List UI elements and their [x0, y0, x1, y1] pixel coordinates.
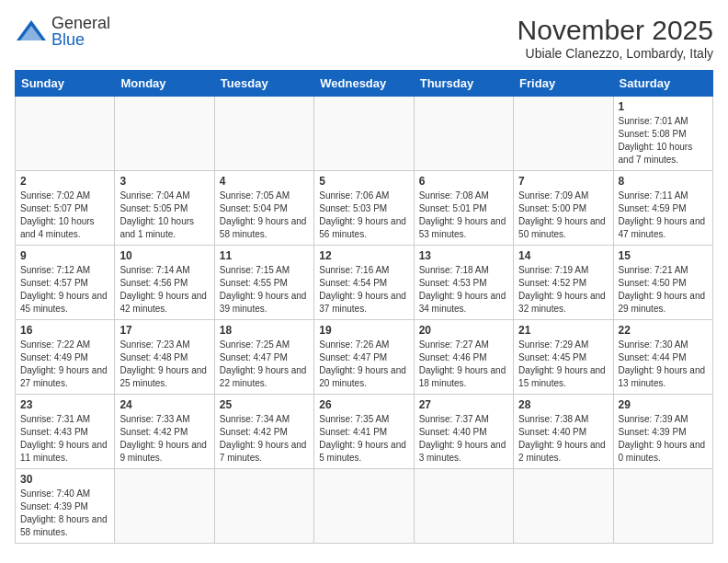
day-info: Sunrise: 7:18 AM Sunset: 4:53 PM Dayligh…	[419, 264, 508, 316]
day-info: Sunrise: 7:11 AM Sunset: 4:59 PM Dayligh…	[619, 190, 708, 241]
calendar-cell: 27Sunrise: 7:37 AM Sunset: 4:40 PM Dayli…	[414, 395, 513, 469]
calendar-cell: 15Sunrise: 7:21 AM Sunset: 4:50 PM Dayli…	[613, 246, 712, 320]
calendar-cell	[414, 97, 513, 171]
day-info: Sunrise: 7:22 AM Sunset: 4:49 PM Dayligh…	[20, 339, 109, 390]
day-number: 11	[220, 249, 309, 262]
day-info: Sunrise: 7:02 AM Sunset: 5:07 PM Dayligh…	[20, 190, 109, 241]
calendar-cell: 21Sunrise: 7:29 AM Sunset: 4:45 PM Dayli…	[514, 320, 613, 395]
day-number: 24	[119, 398, 209, 411]
calendar-cell: 26Sunrise: 7:35 AM Sunset: 4:41 PM Dayli…	[314, 395, 414, 469]
day-info: Sunrise: 7:23 AM Sunset: 4:48 PM Dayligh…	[119, 339, 209, 390]
day-info: Sunrise: 7:15 AM Sunset: 4:55 PM Dayligh…	[220, 264, 309, 316]
calendar-cell: 23Sunrise: 7:31 AM Sunset: 4:43 PM Dayli…	[16, 395, 115, 469]
day-info: Sunrise: 7:35 AM Sunset: 4:41 PM Dayligh…	[319, 413, 408, 465]
day-number: 29	[619, 398, 708, 411]
calendar-cell: 12Sunrise: 7:16 AM Sunset: 4:54 PM Dayli…	[314, 246, 414, 320]
month-title: November 2025	[518, 15, 713, 46]
calendar-cell	[314, 469, 414, 544]
calendar-cell	[514, 469, 613, 544]
day-number: 27	[419, 398, 508, 411]
day-number: 28	[518, 398, 608, 411]
day-info: Sunrise: 7:09 AM Sunset: 5:00 PM Dayligh…	[518, 190, 608, 241]
calendar-cell	[214, 97, 313, 171]
calendar-cell: 30Sunrise: 7:40 AM Sunset: 4:39 PM Dayli…	[16, 469, 115, 544]
day-info: Sunrise: 7:14 AM Sunset: 4:56 PM Dayligh…	[119, 264, 209, 316]
calendar-cell: 4Sunrise: 7:05 AM Sunset: 5:04 PM Daylig…	[214, 171, 313, 246]
week-row-1: 1Sunrise: 7:01 AM Sunset: 5:08 PM Daylig…	[16, 97, 713, 171]
day-info: Sunrise: 7:16 AM Sunset: 4:54 PM Dayligh…	[319, 264, 408, 316]
week-row-2: 2Sunrise: 7:02 AM Sunset: 5:07 PM Daylig…	[16, 171, 713, 246]
day-number: 23	[20, 398, 109, 411]
day-number: 12	[319, 249, 408, 262]
calendar-cell: 17Sunrise: 7:23 AM Sunset: 4:48 PM Dayli…	[115, 320, 214, 395]
day-number: 30	[20, 473, 109, 486]
calendar-cell: 25Sunrise: 7:34 AM Sunset: 4:42 PM Dayli…	[214, 395, 313, 469]
calendar-cell	[613, 469, 712, 544]
day-number: 2	[20, 175, 109, 188]
day-info: Sunrise: 7:12 AM Sunset: 4:57 PM Dayligh…	[20, 264, 109, 316]
week-row-4: 16Sunrise: 7:22 AM Sunset: 4:49 PM Dayli…	[16, 320, 713, 395]
weekday-header-wednesday: Wednesday	[314, 71, 414, 97]
calendar-cell: 3Sunrise: 7:04 AM Sunset: 5:05 PM Daylig…	[115, 171, 214, 246]
calendar-cell: 5Sunrise: 7:06 AM Sunset: 5:03 PM Daylig…	[314, 171, 414, 246]
calendar-cell: 16Sunrise: 7:22 AM Sunset: 4:49 PM Dayli…	[16, 320, 115, 395]
day-info: Sunrise: 7:27 AM Sunset: 4:46 PM Dayligh…	[419, 339, 508, 390]
weekday-header-friday: Friday	[514, 71, 613, 97]
day-number: 15	[619, 249, 708, 262]
page-header: General Blue November 2025 Ubiale Clanez…	[15, 15, 713, 61]
calendar-cell	[214, 469, 313, 544]
day-info: Sunrise: 7:37 AM Sunset: 4:40 PM Dayligh…	[419, 413, 508, 465]
day-number: 6	[419, 175, 508, 188]
weekday-header-tuesday: Tuesday	[214, 71, 313, 97]
calendar-cell	[514, 97, 613, 171]
day-info: Sunrise: 7:26 AM Sunset: 4:47 PM Dayligh…	[319, 339, 408, 390]
day-info: Sunrise: 7:38 AM Sunset: 4:40 PM Dayligh…	[518, 413, 608, 465]
calendar-cell: 18Sunrise: 7:25 AM Sunset: 4:47 PM Dayli…	[214, 320, 313, 395]
calendar-cell: 10Sunrise: 7:14 AM Sunset: 4:56 PM Dayli…	[115, 246, 214, 320]
calendar-cell: 28Sunrise: 7:38 AM Sunset: 4:40 PM Dayli…	[514, 395, 613, 469]
calendar-cell: 8Sunrise: 7:11 AM Sunset: 4:59 PM Daylig…	[613, 171, 712, 246]
calendar-cell: 1Sunrise: 7:01 AM Sunset: 5:08 PM Daylig…	[613, 97, 712, 171]
day-number: 25	[220, 398, 309, 411]
day-info: Sunrise: 7:21 AM Sunset: 4:50 PM Dayligh…	[619, 264, 708, 316]
logo: General Blue	[15, 15, 110, 48]
day-info: Sunrise: 7:33 AM Sunset: 4:42 PM Dayligh…	[119, 413, 209, 465]
day-info: Sunrise: 7:29 AM Sunset: 4:45 PM Dayligh…	[518, 339, 608, 390]
day-number: 1	[619, 100, 708, 113]
day-number: 16	[20, 324, 109, 337]
calendar-cell: 29Sunrise: 7:39 AM Sunset: 4:39 PM Dayli…	[613, 395, 712, 469]
day-number: 18	[220, 324, 309, 337]
location-subtitle: Ubiale Clanezzo, Lombardy, Italy	[518, 46, 713, 61]
day-info: Sunrise: 7:31 AM Sunset: 4:43 PM Dayligh…	[20, 413, 109, 465]
calendar-table: SundayMondayTuesdayWednesdayThursdayFrid…	[15, 70, 713, 544]
week-row-6: 30Sunrise: 7:40 AM Sunset: 4:39 PM Dayli…	[16, 469, 713, 544]
day-number: 10	[119, 249, 209, 262]
week-row-3: 9Sunrise: 7:12 AM Sunset: 4:57 PM Daylig…	[16, 246, 713, 320]
day-number: 7	[518, 175, 608, 188]
weekday-header-thursday: Thursday	[414, 71, 513, 97]
day-number: 22	[619, 324, 708, 337]
day-number: 26	[319, 398, 408, 411]
calendar-cell: 9Sunrise: 7:12 AM Sunset: 4:57 PM Daylig…	[16, 246, 115, 320]
calendar-cell: 20Sunrise: 7:27 AM Sunset: 4:46 PM Dayli…	[414, 320, 513, 395]
day-info: Sunrise: 7:06 AM Sunset: 5:03 PM Dayligh…	[319, 190, 408, 241]
logo-text: General Blue	[51, 15, 110, 48]
calendar-cell: 22Sunrise: 7:30 AM Sunset: 4:44 PM Dayli…	[613, 320, 712, 395]
weekday-header-saturday: Saturday	[613, 71, 712, 97]
day-info: Sunrise: 7:19 AM Sunset: 4:52 PM Dayligh…	[518, 264, 608, 316]
day-number: 13	[419, 249, 508, 262]
day-number: 4	[220, 175, 309, 188]
calendar-cell	[414, 469, 513, 544]
day-info: Sunrise: 7:30 AM Sunset: 4:44 PM Dayligh…	[619, 339, 708, 390]
calendar-cell: 13Sunrise: 7:18 AM Sunset: 4:53 PM Dayli…	[414, 246, 513, 320]
day-number: 20	[419, 324, 508, 337]
day-info: Sunrise: 7:05 AM Sunset: 5:04 PM Dayligh…	[220, 190, 309, 241]
day-info: Sunrise: 7:39 AM Sunset: 4:39 PM Dayligh…	[619, 413, 708, 465]
calendar-cell: 14Sunrise: 7:19 AM Sunset: 4:52 PM Dayli…	[514, 246, 613, 320]
day-number: 19	[319, 324, 408, 337]
calendar-cell: 24Sunrise: 7:33 AM Sunset: 4:42 PM Dayli…	[115, 395, 214, 469]
week-row-5: 23Sunrise: 7:31 AM Sunset: 4:43 PM Dayli…	[16, 395, 713, 469]
day-number: 5	[319, 175, 408, 188]
calendar-cell	[16, 97, 115, 171]
calendar-cell: 7Sunrise: 7:09 AM Sunset: 5:00 PM Daylig…	[514, 171, 613, 246]
